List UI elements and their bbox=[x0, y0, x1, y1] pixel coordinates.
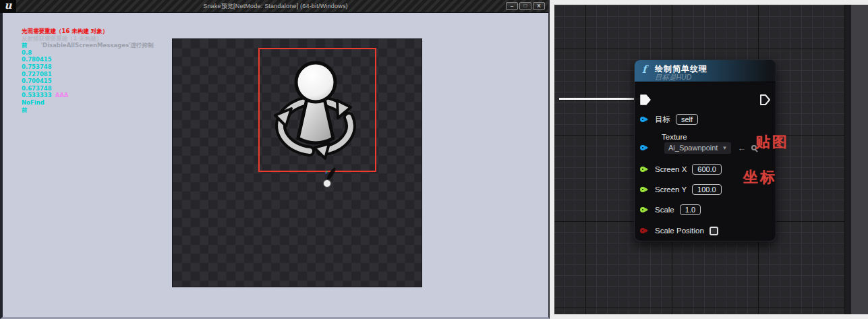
scale-label: Scale bbox=[655, 206, 674, 214]
exec-output-pin[interactable] bbox=[759, 94, 771, 106]
target-pin-label: 目标 bbox=[655, 115, 670, 125]
debug-row: 0.673748 bbox=[22, 85, 154, 92]
debug-row: 前 bbox=[22, 107, 154, 114]
debug-row: 0.533333AAA bbox=[22, 92, 154, 99]
texture-pin[interactable] bbox=[640, 145, 645, 150]
screen-y-pin[interactable] bbox=[640, 187, 645, 192]
debug-row: 反射捕获需要重建（1 未构建） bbox=[22, 35, 154, 42]
screen-y-label: Screen Y bbox=[655, 185, 687, 194]
debug-messages: 光照需要重建（16 未构建 对象） 反射捕获需要重建（1 未构建） 前'Disa… bbox=[22, 28, 154, 113]
debug-row: 0.700415 bbox=[22, 78, 154, 85]
blueprint-editor-panel: f 绘制简单纹理 目标是HUD 目标 self Texture Ai_Spawn… bbox=[550, 0, 868, 319]
use-selected-asset-icon[interactable]: ← bbox=[737, 144, 746, 152]
exec-input-pin[interactable] bbox=[640, 94, 652, 106]
scale-position-pin[interactable] bbox=[640, 228, 645, 233]
scale-position-checkbox[interactable] bbox=[710, 227, 718, 235]
chevron-down-icon: ▼ bbox=[722, 143, 727, 153]
texture-pin-label: Texture bbox=[662, 133, 687, 141]
debug-row: 光照需要重建（16 未构建 对象） bbox=[22, 28, 154, 35]
debug-suppress-note: 'DisableAllScreenMessages'进行抑制 bbox=[41, 42, 154, 49]
game-preview-window: u Snake预览[NetMode: Standalone] (64-bit/W… bbox=[0, 0, 550, 319]
pin-row-scale-position: Scale Position bbox=[640, 225, 770, 237]
screen-y-value[interactable]: 100.0 bbox=[692, 184, 722, 195]
annotation-texture: 贴图 bbox=[755, 132, 789, 152]
screen-x-pin[interactable] bbox=[640, 167, 645, 172]
side-scrollbar[interactable] bbox=[851, 5, 868, 314]
window-titlebar[interactable]: u Snake预览[NetMode: Standalone] (64-bit/W… bbox=[3, 0, 548, 13]
scale-position-label: Scale Position bbox=[655, 227, 704, 235]
scale-value[interactable]: 1.0 bbox=[680, 204, 701, 215]
function-icon: f bbox=[642, 63, 646, 76]
graph-edge-strip bbox=[845, 5, 851, 314]
pin-row-texture: Ai_Spawnpoint ▼ ← bbox=[640, 141, 770, 154]
window-title: Snake预览[NetMode: Standalone] (64-bit/Win… bbox=[3, 0, 548, 13]
player-start-icon bbox=[274, 59, 361, 165]
debug-row: 前'DisableAllScreenMessages'进行抑制 bbox=[22, 42, 154, 49]
maximize-button[interactable]: □ bbox=[519, 2, 531, 10]
pin-row-target: 目标 self bbox=[640, 113, 770, 125]
debug-row: NoFind bbox=[22, 99, 154, 107]
target-pin[interactable] bbox=[640, 117, 645, 122]
blueprint-graph-canvas[interactable]: f 绘制简单纹理 目标是HUD 目标 self Texture Ai_Spawn… bbox=[554, 5, 845, 314]
screen-x-value[interactable]: 600.0 bbox=[692, 164, 722, 175]
node-header[interactable]: f 绘制简单纹理 目标是HUD bbox=[635, 60, 776, 82]
texture-dropdown[interactable]: Ai_Spawnpoint ▼ bbox=[664, 142, 732, 154]
debug-row: 0.780415 bbox=[22, 56, 154, 63]
texture-dropdown-value: Ai_Spawnpoint bbox=[668, 143, 718, 153]
pin-row-scale: Scale 1.0 bbox=[640, 204, 770, 216]
minimize-button[interactable]: – bbox=[506, 2, 518, 10]
debug-row: 0.727081 bbox=[22, 71, 154, 78]
target-value[interactable]: self bbox=[676, 114, 698, 125]
node-subtitle: 目标是HUD bbox=[655, 73, 691, 82]
debug-tag-aaa: AAA bbox=[55, 92, 69, 98]
exec-wire bbox=[559, 98, 641, 100]
close-button[interactable]: X bbox=[533, 2, 545, 10]
scale-pin[interactable] bbox=[640, 207, 645, 212]
debug-row: 0.753748 bbox=[22, 63, 154, 71]
annotation-coords: 坐标 bbox=[743, 167, 777, 187]
pawn-object bbox=[318, 167, 339, 190]
screen-x-label: Screen X bbox=[655, 165, 687, 173]
window-controls: – □ X bbox=[506, 2, 545, 10]
game-viewport[interactable] bbox=[172, 38, 422, 287]
debug-row: 0.8 bbox=[22, 49, 154, 57]
